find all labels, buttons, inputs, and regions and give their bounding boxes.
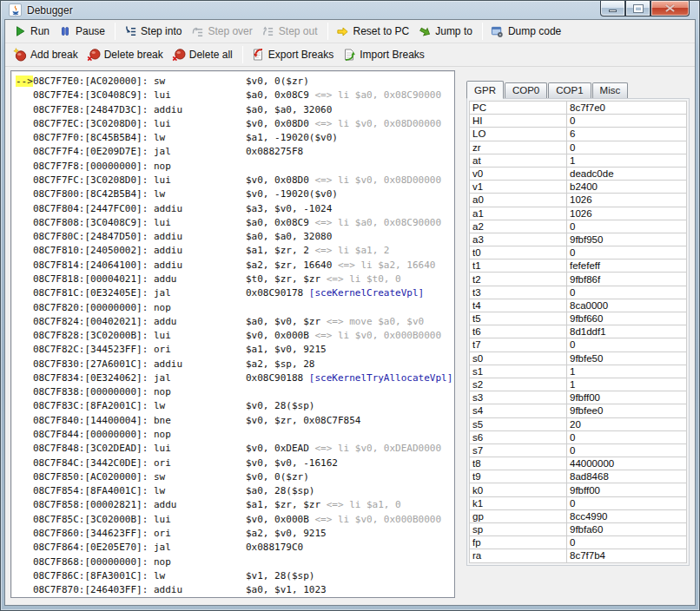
disasm-line[interactable]: 08C7F820:[00000000]: nop xyxy=(16,301,454,315)
disasm-line[interactable]: 08C7F844:[00000000]: nop xyxy=(16,428,454,442)
step-out-button[interactable]: Step out xyxy=(258,22,323,41)
disasm-line[interactable]: 08C7F80C:[24847D50]: addiu $a0, $a0, 320… xyxy=(16,230,454,244)
register-value[interactable]: 0 xyxy=(567,536,687,549)
register-value[interactable]: 0 xyxy=(567,246,687,260)
disasm-line[interactable]: 08C7F810:[24050002]: addiu $a1, $zr, 2 <… xyxy=(16,244,454,258)
dump-code-button[interactable]: Dump code xyxy=(487,22,566,41)
register-value[interactable]: 0 xyxy=(567,220,687,233)
add-break-button[interactable]: Add break xyxy=(10,45,83,64)
step-into-button[interactable]: Step into xyxy=(120,22,187,41)
register-value[interactable]: 8c7f7b4 xyxy=(567,549,687,562)
disasm-line[interactable]: 08C7F848:[3C02DEAD]: lui $v0, 0xDEAD <=>… xyxy=(16,442,454,456)
disasm-line[interactable]: -->08C7F7E0:[AC020000]: sw $v0, 0($zr) xyxy=(16,75,454,89)
register-value[interactable]: 9fbfa60 xyxy=(567,523,687,536)
disasm-line[interactable]: 08C7F7E8:[24847D3C]: addiu $a0, $a0, 320… xyxy=(16,103,454,117)
disasm-line[interactable]: 08C7F864:[0E205E70]: jal 0x088179C0 xyxy=(16,541,454,555)
register-value[interactable]: 20 xyxy=(567,417,687,430)
register-value[interactable]: 0 xyxy=(567,338,687,351)
disasm-line[interactable]: 08C7F83C:[8FA2001C]: lw $v0, 28($sp) xyxy=(16,399,454,413)
disasm-line[interactable]: 08C7F818:[00004021]: addu $t0, $zr, $zr … xyxy=(16,273,454,286)
disasm-line[interactable]: 08C7F7E4:[3C0408C9]: lui $a0, 0x08C9 <=>… xyxy=(16,89,454,102)
tab-misc[interactable]: Misc xyxy=(592,82,629,98)
register-value[interactable]: 1 xyxy=(567,154,687,167)
register-value[interactable]: 1 xyxy=(567,378,687,391)
register-value[interactable]: 1026 xyxy=(567,207,687,220)
step-over-button[interactable]: Step over xyxy=(187,22,257,41)
register-value[interactable]: 9fbff00 xyxy=(567,391,687,404)
register-value[interactable]: 0 xyxy=(567,141,687,154)
disasm-line[interactable]: 08C7F828:[3C02000B]: lui $v0, 0x000B <=>… xyxy=(16,329,454,343)
run-button[interactable]: Run xyxy=(10,22,55,41)
minimize-button[interactable] xyxy=(600,1,625,16)
register-value[interactable]: 8d1ddf1 xyxy=(567,325,687,338)
disasm-line[interactable]: 08C7F868:[00000000]: nop xyxy=(16,555,454,569)
disasm-line[interactable]: 08C7F808:[3C0408C9]: lui $a0, 0x08C9 <=>… xyxy=(16,216,454,230)
register-value[interactable]: 9fbff00 xyxy=(567,483,687,496)
disasm-line[interactable]: 08C7F800:[8C42B5B4]: lw $v0, -19020($v0) xyxy=(16,187,454,201)
step-over-icon xyxy=(190,24,204,38)
register-value[interactable]: 9fbf950 xyxy=(567,233,687,246)
tab-gpr[interactable]: GPR xyxy=(466,81,504,99)
reset-to-pc-button[interactable]: Reset to PC xyxy=(333,22,415,41)
register-value[interactable]: 8ad8468 xyxy=(567,470,687,483)
disasm-line[interactable]: 08C7F834:[0E324062]: jal 0x08C90188 [sce… xyxy=(16,371,454,385)
disasm-line[interactable]: 08C7F82C:[344523FF]: ori $a1, $v0, 9215 xyxy=(16,343,454,357)
disasm-line[interactable]: 08C7F850:[AC020000]: sw $v0, 0($zr) xyxy=(16,470,454,484)
jump-to-icon xyxy=(418,24,432,38)
disasm-line[interactable]: 08C7F824:[00402021]: addu $a0, $v0, $zr … xyxy=(16,315,454,329)
register-tabs: GPRCOP0COP1Misc xyxy=(466,80,690,98)
export-breaks-button[interactable]: Export Breaks xyxy=(248,45,339,64)
register-value[interactable]: 1026 xyxy=(567,194,687,207)
register-value[interactable]: 8c7f7e0 xyxy=(567,102,687,115)
disasm-line[interactable]: 08C7F7F0:[8C45B5B4]: lw $a1, -19020($v0) xyxy=(16,131,454,145)
disasm-line[interactable]: 08C7F85C:[3C02000B]: lui $v0, 0x000B <=>… xyxy=(16,513,454,527)
disasm-line[interactable]: 08C7F830:[27A6001C]: addiu $a2, $sp, 28 xyxy=(16,358,454,371)
disasm-line[interactable]: 08C7F804:[2447FC00]: addiu $a3, $v0, -10… xyxy=(16,202,454,216)
pause-button[interactable]: Pause xyxy=(55,22,110,41)
delete-all-button[interactable]: Delete all xyxy=(168,45,238,64)
maximize-button[interactable] xyxy=(625,1,650,16)
disasm-line[interactable]: 08C7F7EC:[3C0208D0]: lui $v0, 0x08D0 <=>… xyxy=(16,117,454,131)
register-value[interactable]: 8ca0000 xyxy=(567,299,687,312)
disasm-line[interactable]: 08C7F858:[00002821]: addu $a1, $zr, $zr … xyxy=(16,498,454,512)
disasm-line[interactable]: 08C7F86C:[8FA3001C]: lw $v1, 28($sp) xyxy=(16,569,454,583)
register-value[interactable]: 9fbfe50 xyxy=(567,351,687,365)
register-value[interactable]: 6 xyxy=(567,128,687,141)
tab-cop0[interactable]: COP0 xyxy=(505,82,547,98)
disasm-line[interactable]: 08C7F838:[00000000]: nop xyxy=(16,385,454,399)
tab-cop1[interactable]: COP1 xyxy=(548,82,591,98)
register-value[interactable]: deadc0de xyxy=(567,167,687,180)
register-value[interactable]: 44000000 xyxy=(567,457,687,470)
register-value[interactable]: 8cc4990 xyxy=(567,509,687,522)
register-row: t70 xyxy=(470,338,687,351)
register-value[interactable]: 1 xyxy=(567,365,687,378)
delete-break-button[interactable]: Delete break xyxy=(83,45,168,64)
disasm-line[interactable]: 08C7F870:[246403FF]: addiu $a0, $v1, 102… xyxy=(16,583,454,597)
register-value[interactable]: fefefeff xyxy=(567,260,687,273)
jump-to-button[interactable]: Jump to xyxy=(414,22,478,41)
disasm-line[interactable]: 08C7F860:[344623FF]: ori $a2, $v0, 9215 xyxy=(16,527,454,541)
register-row: k10 xyxy=(470,496,687,509)
register-value[interactable]: 0 xyxy=(567,286,687,299)
disasm-line[interactable]: 08C7F7FC:[3C0208D0]: lui $v0, 0x08D0 <=>… xyxy=(16,174,454,187)
register-value[interactable]: 9fbf660 xyxy=(567,312,687,325)
window-controls xyxy=(600,1,690,16)
register-value[interactable]: b2400 xyxy=(567,181,687,194)
register-value[interactable]: 0 xyxy=(567,115,687,128)
register-value[interactable]: 9fbfee0 xyxy=(567,404,687,417)
disasm-line[interactable]: 08C7F840:[14400004]: bne $v0, $zr, 0x08C… xyxy=(16,414,454,428)
close-button[interactable] xyxy=(650,1,690,16)
register-value[interactable]: 0 xyxy=(567,496,687,509)
disasm-line[interactable]: 08C7F854:[8FA4001C]: lw $a0, 28($sp) xyxy=(16,484,454,498)
register-value[interactable]: 0 xyxy=(567,443,687,457)
disasm-line[interactable]: 08C7F84C:[3442C0DE]: ori $v0, $v0, -1616… xyxy=(16,457,454,470)
register-value[interactable]: 0 xyxy=(567,430,687,443)
register-value[interactable]: 9fbf86f xyxy=(567,273,687,286)
disasm-line[interactable]: 08C7F814:[24064100]: addiu $a2, $zr, 166… xyxy=(16,259,454,273)
import-breaks-button[interactable]: Import Breaks xyxy=(339,45,430,64)
titlebar[interactable]: Debugger xyxy=(4,1,696,19)
disassembly-view[interactable]: -->08C7F7E0:[AC020000]: sw $v0, 0($zr) 0… xyxy=(10,70,455,598)
disasm-line[interactable]: 08C7F7F8:[00000000]: nop xyxy=(16,160,454,174)
disasm-line[interactable]: 08C7F7F4:[0E209D7E]: jal 0x088275F8 xyxy=(16,145,454,159)
disasm-line[interactable]: 08C7F81C:[0E32405E]: jal 0x08C90178 [sce… xyxy=(16,286,454,300)
